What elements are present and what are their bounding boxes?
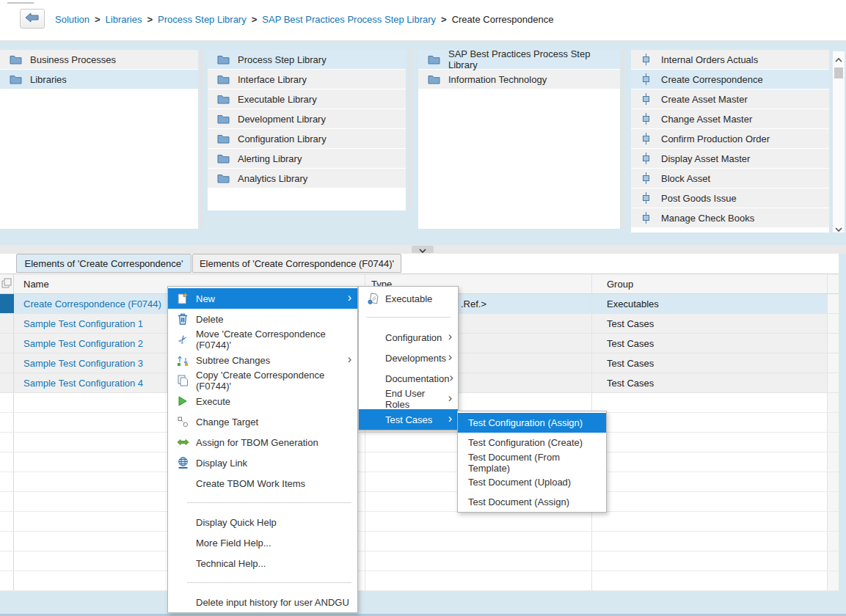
panel-item-alerting-library[interactable]: Alerting Library (208, 149, 406, 168)
breadcrumb: Solution>Libraries>Process Step Library>… (55, 14, 553, 25)
column-resize-splitter[interactable] (200, 50, 203, 229)
breadcrumb-link-process-step-library[interactable]: Process Step Library (158, 14, 247, 25)
globe-icon (175, 457, 190, 469)
scroll-up-icon[interactable] (835, 54, 842, 60)
menu-item-label: Documentation (385, 373, 449, 384)
panel-item-change-asset-master[interactable]: Change Asset Master (631, 109, 829, 128)
breadcrumb-link-libraries[interactable]: Libraries (106, 14, 142, 25)
menu-item-label: More Field Help... (196, 538, 271, 549)
panel-item-information-technology[interactable]: Information Technology (418, 70, 620, 89)
row-selection-indicator[interactable] (0, 353, 14, 373)
panel-item-display-asset-master[interactable]: Display Asset Master (631, 149, 829, 168)
submenu-item-test-document-upload[interactable]: Test Document (Upload) (458, 472, 606, 492)
panel-item-business-processes[interactable]: Business Processes (0, 50, 198, 69)
scroll-down-icon[interactable] (835, 224, 842, 230)
panel-item-development-library[interactable]: Development Library (208, 109, 406, 128)
scrollbar-thumb[interactable] (834, 67, 843, 78)
tab-elements-of-create-correspondence[interactable]: Elements of 'Create Correspondence' (16, 254, 192, 273)
panel-item-label: Analytics Library (238, 173, 307, 184)
panel-item-label: Create Correspondence (661, 74, 763, 85)
submenu-item-test-configuration-create[interactable]: Test Configuration (Create) (458, 433, 606, 452)
menu-item-label: New (196, 293, 215, 304)
menu-item-label: Display Quick Help (196, 517, 277, 528)
menu-item-execute[interactable]: Execute (168, 391, 357, 411)
menu-item-display-quick-help[interactable]: Display Quick Help (168, 512, 357, 532)
column-resize-splitter[interactable] (621, 50, 624, 229)
menu-item-subtree-changes[interactable]: Subtree Changes › (168, 350, 357, 370)
submenu-item-configuration[interactable]: Configuration › (359, 327, 458, 348)
panel-item-internal-orders-actuals[interactable]: Internal Orders Actuals (631, 50, 829, 69)
row-group-cell: Test Cases (591, 353, 827, 373)
breadcrumb-link-solution[interactable]: Solution (55, 14, 90, 25)
splitter-collapse-button[interactable] (412, 246, 434, 253)
submenu-item-test-document-from-template[interactable]: Test Document (From Template) (458, 452, 606, 472)
panel-item-libraries[interactable]: Libraries (0, 70, 198, 89)
empty-table-row (0, 472, 839, 492)
panel-item-label: Display Asset Master (661, 153, 750, 164)
menu-item-delete[interactable]: Delete (168, 309, 357, 329)
folder-icon (217, 55, 230, 65)
panel-item-configuration-library[interactable]: Configuration Library (208, 129, 406, 148)
menu-item-label: Developments (385, 353, 446, 364)
menu-item-new[interactable]: New › (168, 288, 357, 309)
tab-elements-of-create-correspondence-f0744[interactable]: Elements of 'Create Correspondence (F074… (192, 254, 401, 273)
empty-table-row (0, 532, 839, 551)
submenu-item-test-cases[interactable]: Test Cases › (359, 409, 458, 430)
panel-item-label: Manage Check Books (661, 213, 754, 224)
panel-item-label: Configuration Library (238, 133, 327, 144)
column-header-group[interactable]: Group (591, 274, 827, 293)
menu-item-copy[interactable]: Copy 'Create Correspondence (F0744)' (168, 370, 357, 391)
panel-item-process-step-library[interactable]: Process Step Library (208, 50, 406, 69)
back-button[interactable] (20, 9, 45, 29)
empty-table-row (0, 492, 839, 512)
panel-item-create-asset-master[interactable]: Create Asset Master (631, 89, 829, 109)
panel-item-label: Alerting Library (238, 153, 302, 164)
row-selection-indicator[interactable] (0, 334, 14, 353)
menu-item-display-link[interactable]: Display Link (168, 452, 357, 473)
process-step-icon (641, 73, 653, 85)
submenu-item-documentation[interactable]: Documentation › (359, 368, 458, 389)
menu-item-label: Executable (385, 293, 432, 304)
menu-item-more-field-help[interactable]: More Field Help... (168, 532, 357, 553)
menu-item-technical-help[interactable]: Technical Help... (168, 553, 357, 573)
breadcrumb-separator: > (252, 14, 258, 25)
execute-icon (175, 396, 190, 406)
submenu-item-end-user-roles[interactable]: End User Roles › (359, 389, 458, 409)
row-selection-indicator[interactable] (0, 314, 14, 333)
submenu-item-developments[interactable]: Developments › (359, 348, 458, 368)
empty-table-row (0, 452, 839, 472)
tab-label: Elements of 'Create Correspondence' (25, 258, 183, 269)
row-filler-cell (827, 373, 839, 392)
panel-item-block-asset[interactable]: Block Asset (631, 169, 829, 188)
menu-item-label: Execute (196, 396, 230, 407)
panel-item-executable-library[interactable]: Executable Library (208, 89, 406, 109)
horizontal-splitter[interactable] (0, 245, 846, 254)
panel-item-create-correspondence[interactable]: Create Correspondence (631, 70, 829, 89)
menu-item-move[interactable]: ✂ Move 'Create Correspondence (F0744)' (168, 329, 357, 350)
column-resize-splitter[interactable] (409, 50, 412, 210)
menu-item-create-tbom-work-items[interactable]: Create TBOM Work Items (168, 473, 357, 494)
row-filler-cell (827, 334, 839, 353)
breadcrumb-link-sap-best-practices[interactable]: SAP Best Practices Process Step Library (262, 14, 436, 25)
process-step-icon (641, 153, 653, 164)
panel-item-sap-best-practices-psl[interactable]: SAP Best Practices Process Step Library (418, 50, 620, 69)
panel-item-label: Process Step Library (238, 54, 327, 65)
menu-item-change-target[interactable]: Change Target (168, 411, 357, 432)
submenu-item-test-configuration-assign[interactable]: Test Configuration (Assign) (458, 413, 606, 433)
submenu-item-test-document-assign[interactable]: Test Document (Assign) (458, 492, 606, 512)
application-window: Solution>Libraries>Process Step Library>… (0, 0, 846, 616)
panel-item-manage-check-books[interactable]: Manage Check Books (631, 208, 829, 227)
table-header-gutter[interactable] (0, 274, 14, 293)
panel-item-confirm-production-order[interactable]: Confirm Production Order (631, 129, 829, 148)
menu-item-assign-for-tbom-generation[interactable]: Assign for TBOM Generation (168, 432, 357, 452)
panel-item-interface-library[interactable]: Interface Library (208, 70, 406, 89)
row-selection-indicator[interactable] (0, 373, 14, 392)
row-group-cell: Test Cases (591, 314, 827, 333)
panel-item-analytics-library[interactable]: Analytics Library (208, 169, 406, 188)
vertical-scrollbar[interactable] (833, 51, 845, 232)
panel-item-post-goods-issue[interactable]: Post Goods Issue (631, 188, 829, 208)
menu-item-delete-input-history[interactable]: Delete input history for user ANDGU (168, 592, 357, 612)
submenu-chevron-icon: › (448, 413, 452, 426)
submenu-item-executable[interactable]: Executable (359, 288, 458, 309)
row-selection-indicator[interactable] (0, 294, 14, 313)
